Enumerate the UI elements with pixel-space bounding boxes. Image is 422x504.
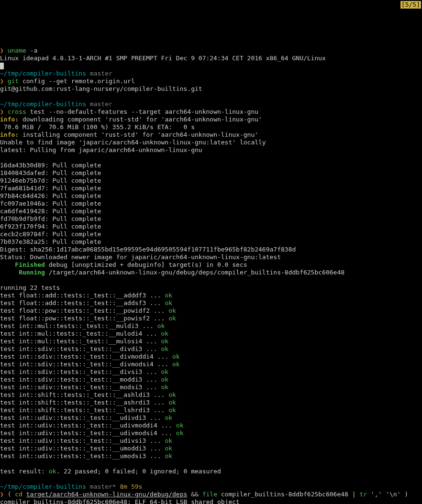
test-result-suffix: . 22 passed; 0 failed; 0 ignored; 0 meas…: [56, 468, 221, 475]
git-branch: master: [90, 70, 112, 77]
command-args: config --get remote.origin.url: [19, 77, 135, 85]
prompt-arrow: ❯: [0, 47, 4, 54]
cursor: [0, 63, 4, 69]
git-branch: master: [90, 100, 112, 108]
info-label: info:: [0, 116, 19, 123]
command-args: -a: [26, 47, 37, 54]
git-branch: master*: [90, 483, 116, 490]
command-uname: uname: [8, 47, 26, 54]
output-line: Digest: sha256:1d17abca06855bd15e99595e9…: [0, 246, 296, 253]
and-op: &&: [187, 491, 202, 498]
command-args: compiler_builtins-8ddbf625bc606e48 |: [217, 491, 359, 498]
output-line: git@github.com:rust-lang-nursery/compile…: [0, 85, 202, 92]
cwd: ~/tmp/compiler-builtins: [0, 100, 86, 108]
paren: (: [4, 491, 15, 498]
pull-lines: 16da43b30d89: Pull complete 1840843dafed…: [0, 162, 101, 245]
tab-indicator: [5/5]: [400, 1, 421, 9]
file-output: compiler_builtins-8ddbf625bc606e48: ELF …: [0, 498, 240, 504]
output-line: Status: Downloaded newer image for japar…: [0, 253, 281, 261]
running-label: Running: [0, 269, 45, 276]
prompt-arrow: ❯: [0, 491, 4, 498]
info-label: info:: [0, 131, 19, 138]
cwd: ~/tmp/compiler-builtins: [0, 483, 86, 490]
command-file: file: [202, 491, 217, 498]
elapsed-time: 8m 59s: [120, 483, 142, 490]
command-args: ',' '\n' ): [367, 491, 408, 498]
output-line: latest: Pulling from japaric/aarch64-unk…: [0, 146, 202, 153]
command-cross: cross: [8, 108, 26, 115]
output-line: 70.6 MiB / 70.6 MiB (100 %) 355.2 KiB/s …: [0, 123, 195, 131]
terminal[interactable]: ❯ uname -a Linux ideapad 4.8.13-1-ARCH #…: [0, 47, 422, 504]
output-line: /target/aarch64-unknown-linux-gnu/debug/…: [45, 269, 344, 276]
finished-label: Finished: [0, 261, 45, 268]
test-result-prefix: test result:: [0, 468, 49, 475]
command-cd: cd: [15, 491, 22, 498]
output-line: downloading component 'rust-std' for 'aa…: [19, 116, 262, 123]
path-arg: target/aarch64-unknown-linux-gnu/debug/d…: [26, 491, 188, 498]
output-line: Linux ideapad 4.8.13-1-ARCH #1 SMP PREEM…: [0, 55, 326, 62]
output-line: debug [unoptimized + debuginfo] target(s…: [45, 261, 247, 268]
prompt-arrow: ❯: [0, 77, 4, 85]
output-line: installing component 'rust-std' for 'aar…: [19, 131, 258, 138]
output-line: running 22 tests: [0, 284, 60, 291]
output-line: Unable to find image 'japaric/aarch64-un…: [0, 139, 266, 146]
command-tr: tr: [359, 491, 367, 498]
command-args: test --no-default-features --target aarc…: [26, 108, 258, 115]
command-git: git: [8, 77, 19, 85]
test-result-ok: ok: [49, 468, 56, 475]
prompt-arrow: ❯: [0, 108, 4, 115]
test-lines: test float::add::tests::_test::__adddf3 …: [0, 292, 184, 460]
cwd: ~/tmp/compiler-builtins: [0, 70, 86, 77]
